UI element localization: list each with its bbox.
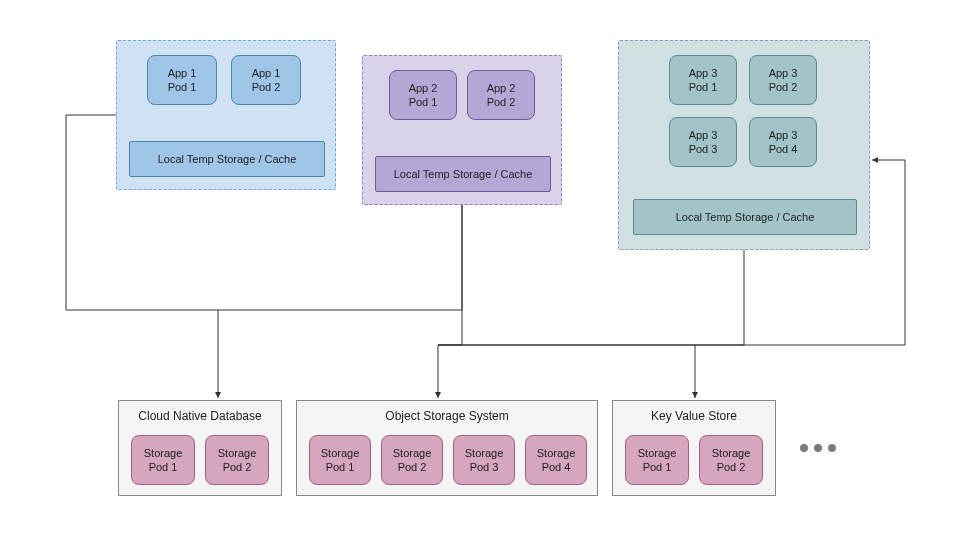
- app2-pod1: App 2 Pod 1: [389, 70, 457, 120]
- storage-key-value-store: Key Value Store Storage Pod 1 Storage Po…: [612, 400, 776, 496]
- storage2-pod4: Storage Pod 4: [525, 435, 587, 485]
- app-cluster-2: App 2 Pod 1 App 2 Pod 2 Local Temp Stora…: [362, 55, 562, 205]
- ellipsis-icon: [800, 444, 836, 452]
- app3-pod4: App 3 Pod 4: [749, 117, 817, 167]
- app1-pod1: App 1 Pod 1: [147, 55, 217, 105]
- diagram-canvas: App 1 Pod 1 App 1 Pod 2 Local Temp Stora…: [0, 0, 960, 540]
- storage1-title: Cloud Native Database: [119, 409, 281, 423]
- storage1-pod1: Storage Pod 1: [131, 435, 195, 485]
- app1-cache: Local Temp Storage / Cache: [129, 141, 325, 177]
- app2-pod2: App 2 Pod 2: [467, 70, 535, 120]
- app3-cache: Local Temp Storage / Cache: [633, 199, 857, 235]
- app-cluster-1: App 1 Pod 1 App 1 Pod 2 Local Temp Stora…: [116, 40, 336, 190]
- app3-pod2: App 3 Pod 2: [749, 55, 817, 105]
- app3-pod3: App 3 Pod 3: [669, 117, 737, 167]
- storage2-pod1: Storage Pod 1: [309, 435, 371, 485]
- storage2-pod2: Storage Pod 2: [381, 435, 443, 485]
- app2-cache: Local Temp Storage / Cache: [375, 156, 551, 192]
- app-cluster-3: App 3 Pod 1 App 3 Pod 2 App 3 Pod 3 App …: [618, 40, 870, 250]
- storage2-title: Object Storage System: [297, 409, 597, 423]
- storage3-pod2: Storage Pod 2: [699, 435, 763, 485]
- storage2-pod3: Storage Pod 3: [453, 435, 515, 485]
- app1-pod2: App 1 Pod 2: [231, 55, 301, 105]
- app3-pod1: App 3 Pod 1: [669, 55, 737, 105]
- storage-object-storage-system: Object Storage System Storage Pod 1 Stor…: [296, 400, 598, 496]
- storage-cloud-native-database: Cloud Native Database Storage Pod 1 Stor…: [118, 400, 282, 496]
- storage3-pod1: Storage Pod 1: [625, 435, 689, 485]
- storage3-title: Key Value Store: [613, 409, 775, 423]
- storage1-pod2: Storage Pod 2: [205, 435, 269, 485]
